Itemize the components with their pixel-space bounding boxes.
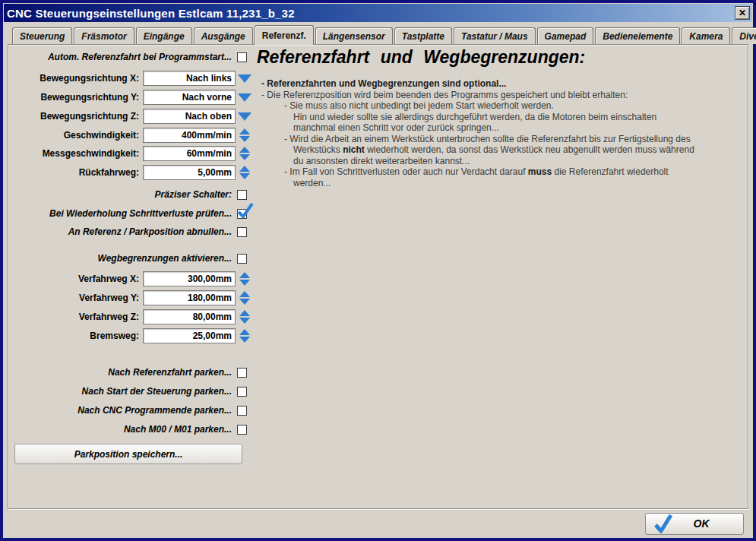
park-after-m00-row: Nach M00 / M01 parken... [14,420,253,438]
tab-referenzf[interactable]: Referenzf. [255,25,314,45]
spinner-up-icon[interactable] [239,310,250,316]
retract-input[interactable] [143,165,236,180]
tab-fraesmotor[interactable]: Fräsmotor [74,27,134,44]
speed-input[interactable] [143,128,236,143]
help-line: - Wird die Arbeit an einem Werkstück unt… [257,134,742,145]
direction-x-label: Bewegungsrichtung X: [14,73,143,84]
precise-switch-checkbox[interactable] [237,190,247,200]
help-heading: Referenzfahrt und Wegbegrenzungen: [257,47,742,68]
step-loss-check-label: Bei Wiederholung Schrittverluste prüfen.… [14,208,236,219]
tab-ausgaenge[interactable]: Ausgänge [194,27,253,44]
probe-speed-label: Messgeschwindigkeit: [14,148,143,159]
travel-z-input[interactable] [143,309,236,324]
spinner-up-icon[interactable] [239,291,250,297]
limits-enable-label: Wegbegrenzungen aktivieren... [14,253,236,264]
direction-y-select[interactable] [143,90,236,105]
park-after-start-checkbox[interactable] [237,387,247,397]
park-after-ref-label: Nach Referenzfahrt parken... [14,367,236,378]
zero-at-ref-label: An Referenz / Parkposition abnullen... [14,226,236,237]
travel-x-row: Verfahrweg X: [14,270,253,288]
window-title: CNC Steuerungseinstellungen Estlcam 11,2… [7,7,735,20]
spinner-down-icon[interactable] [239,173,250,179]
spinner-up-icon[interactable] [239,128,250,134]
direction-z-row: Bewegungsrichtung Z: [14,107,253,125]
close-button[interactable]: ✕ [735,6,750,20]
spinner-up-icon[interactable] [239,166,250,172]
direction-x-select[interactable] [143,71,236,86]
tab-steuerung[interactable]: Steuerung [12,27,72,44]
braking-input[interactable] [143,328,236,343]
save-park-position-button[interactable]: Parkposition speichern... [14,444,242,464]
dropdown-arrow-icon[interactable] [238,93,251,102]
step-loss-check-row: Bei Wiederholung Schrittverluste prüfen.… [14,204,253,223]
dropdown-arrow-icon[interactable] [238,74,251,83]
direction-z-select[interactable] [143,109,236,124]
spinner-down-icon[interactable] [239,136,250,142]
travel-y-row: Verfahrweg Y: [14,289,253,307]
precise-switch-label: Präziser Schalter: [14,189,236,200]
ok-button-label: OK [673,517,743,530]
settings-window: CNC Steuerungseinstellungen Estlcam 11,2… [0,0,756,541]
limits-enable-row: Wegbegrenzungen aktivieren... [14,249,253,267]
retract-label: Rückfahrweg: [14,167,143,178]
spinner-down-icon[interactable] [239,280,250,286]
speed-row: Geschwindigkeit: [14,126,253,144]
park-after-m00-label: Nach M00 / M01 parken... [14,424,236,435]
braking-row: Bremsweg: [14,327,253,345]
spinner-down-icon[interactable] [239,337,250,343]
tab-gamepad[interactable]: Gamepad [537,27,594,44]
park-after-start-label: Nach Start der Steuerung parken... [14,386,236,397]
spinner-down-icon[interactable] [239,154,250,160]
park-after-ref-row: Nach Referenzfahrt parken... [14,363,253,381]
spinner-down-icon[interactable] [239,318,250,324]
footer-bar: OK [3,509,753,538]
help-line: Werkstücks nicht wiederholt werden, da s… [257,144,742,156]
direction-z-label: Bewegungsrichtung Z: [14,111,143,122]
tab-bedienelemente[interactable]: Bedienelemente [595,27,680,44]
close-icon: ✕ [739,8,746,18]
dropdown-arrow-icon[interactable] [238,112,251,121]
limits-enable-checkbox[interactable] [237,254,247,264]
travel-x-input[interactable] [143,271,236,286]
park-after-program-checkbox[interactable] [237,406,247,416]
help-line: - Die Referenzposition wird beim beenden… [257,90,742,101]
tab-kamera[interactable]: Kamera [682,27,730,44]
help-line: werden... [257,178,742,189]
help-line: - Im Fall von Schrittverlusten oder auch… [257,166,742,178]
ok-button[interactable]: OK [645,513,744,535]
help-line: - Sie muss also nicht unbedingt bei jede… [257,100,742,112]
spinner-down-icon[interactable] [239,299,250,305]
travel-y-input[interactable] [143,290,236,305]
park-after-program-row: Nach CNC Programmende parken... [14,401,253,419]
tab-laengensensor[interactable]: Längensensor [315,27,393,44]
park-after-m00-checkbox[interactable] [237,425,247,435]
auto-ref-label: Autom. Referenzfahrt bei Programmstart..… [14,52,236,62]
spinner-up-icon[interactable] [239,147,250,153]
help-line: Hin und wieder sollte sie allerdings dur… [257,112,742,123]
probe-speed-input[interactable] [143,146,236,161]
auto-ref-checkbox[interactable] [237,52,247,62]
travel-y-label: Verfahrweg Y: [14,293,143,303]
precise-switch-row: Präziser Schalter: [14,185,253,204]
step-loss-checkbox[interactable] [237,209,247,219]
tab-eingaenge[interactable]: Eingänge [136,27,192,44]
direction-y-row: Bewegungsrichtung Y: [14,88,253,106]
travel-z-row: Verfahrweg Z: [14,308,253,326]
travel-z-label: Verfahrweg Z: [14,312,143,322]
travel-x-label: Verfahrweg X: [14,274,143,284]
settings-form: Autom. Referenzfahrt bei Programmstart..… [14,45,253,508]
tab-tastatur-maus[interactable]: Tastatur / Maus [454,27,536,44]
spinner-up-icon[interactable] [239,329,250,335]
zero-at-ref-checkbox[interactable] [237,227,247,237]
park-after-start-row: Nach Start der Steuerung parken... [14,382,253,400]
direction-y-label: Bewegungsrichtung Y: [14,92,143,103]
title-bar: CNC Steuerungseinstellungen Estlcam 11,2… [4,4,752,22]
spinner-up-icon[interactable] [239,272,250,278]
tab-diverses[interactable]: Diverses [732,27,756,44]
direction-x-row: Bewegungsrichtung X: [14,69,253,87]
tab-tastplatte[interactable]: Tastplatte [394,27,452,44]
zero-at-ref-row: An Referenz / Parkposition abnullen... [14,223,253,241]
auto-ref-row: Autom. Referenzfahrt bei Programmstart..… [14,48,253,66]
park-after-ref-checkbox[interactable] [237,368,247,378]
check-icon [653,514,673,533]
